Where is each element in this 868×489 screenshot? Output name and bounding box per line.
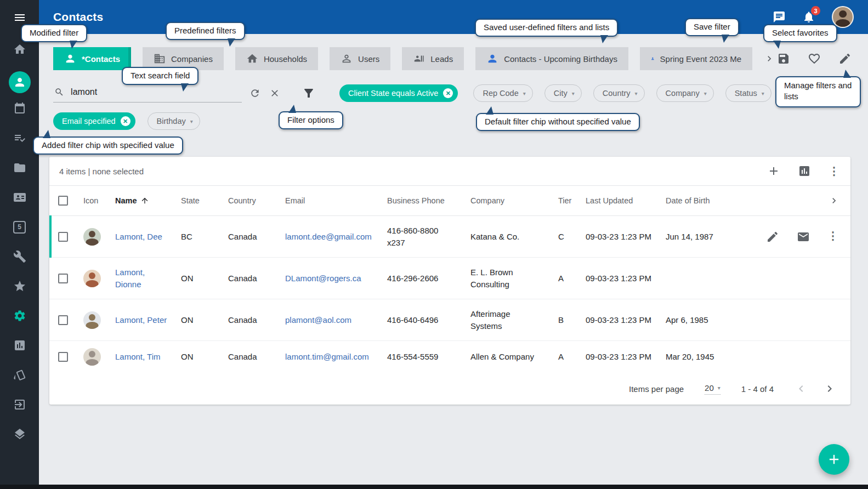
phone-cell: 416-860-8800 x237 [387, 225, 470, 249]
last-updated-cell: 09-03-23 1:23 PM [586, 272, 666, 285]
dob-cell: Apr 6, 1985 [666, 314, 748, 326]
row-checkbox[interactable] [58, 315, 68, 325]
notifications-bell-icon[interactable]: 3 [802, 10, 815, 24]
favorites-star-icon[interactable] [9, 278, 31, 294]
table-row[interactable]: Lamont, Dionne ON Canada DLamont@rogers.… [49, 258, 850, 299]
select-all-checkbox[interactable] [58, 196, 68, 206]
row-menu-kebab-icon[interactable]: ⋮ [827, 230, 838, 243]
contact-avatar [83, 270, 101, 287]
table-row[interactable]: Lamont, Dee BC Canada lamont.dee@gmail.c… [49, 216, 850, 258]
row-checkbox[interactable] [58, 232, 68, 242]
tab-upcoming-birthdays[interactable]: Contacts - Upcoming Birthdays [475, 47, 628, 70]
tools-icon[interactable] [9, 249, 31, 264]
tier-cell: B [558, 314, 586, 326]
email-link[interactable]: plamont@aol.com [285, 314, 387, 326]
table-row[interactable]: Lamont, Tim ON Canada lamont.tim@gmail.c… [49, 341, 850, 373]
remove-chip-icon[interactable]: ✕ [443, 88, 453, 98]
tab-label: Companies [171, 54, 213, 64]
table-header-row: Icon Name State Country Email Business P… [49, 185, 850, 216]
contact-name-link[interactable]: Lamont, Tim [115, 351, 181, 363]
column-setup-chart-icon[interactable] [798, 164, 811, 178]
column-header-email[interactable]: Email [285, 196, 387, 205]
row-checkbox[interactable] [58, 274, 68, 283]
search-input[interactable] [70, 87, 241, 98]
email-link[interactable]: DLamont@rogers.ca [285, 272, 387, 285]
chat-icon[interactable] [773, 10, 786, 24]
sign-out-icon[interactable] [9, 397, 31, 412]
next-page-icon[interactable] [823, 382, 836, 395]
tab-users[interactable]: Users [330, 47, 390, 70]
contact-name-link[interactable]: Lamont, Peter [115, 314, 181, 326]
address-book-icon[interactable] [9, 190, 31, 205]
row-actions: ⋮ [748, 230, 839, 243]
column-header-name[interactable]: Name [115, 196, 181, 205]
tags-icon[interactable] [9, 367, 31, 383]
refresh-icon[interactable] [249, 88, 260, 99]
tab-households[interactable]: Households [235, 47, 318, 70]
filter-chip-status[interactable]: Status ▾ [725, 84, 771, 102]
country-cell: Canada [228, 272, 285, 285]
menu-icon[interactable] [9, 10, 31, 25]
favorites-heart-icon[interactable] [808, 52, 821, 65]
contact-avatar [83, 228, 101, 246]
column-header-country[interactable]: Country [228, 196, 285, 205]
filter-chip-birthday[interactable]: Birthday ▾ [147, 112, 200, 130]
page-range: 1 - 4 of 4 [741, 384, 774, 394]
tab-scroll-right-icon[interactable] [764, 47, 775, 70]
row-checkbox[interactable] [58, 352, 68, 362]
items-per-page-select[interactable]: 20 ▾ [705, 383, 721, 395]
add-column-icon[interactable] [767, 164, 780, 178]
folder-icon[interactable] [9, 160, 31, 175]
tab-contacts[interactable]: *Contacts [53, 47, 131, 70]
column-header-company[interactable]: Company [470, 196, 558, 205]
callout-select-favorites: Select favorites [763, 24, 837, 42]
home-icon[interactable] [9, 42, 31, 57]
tab-leads[interactable]: Leads [402, 47, 464, 70]
company-cell: E. L. Brown Consulting [470, 266, 558, 291]
save-filter-icon[interactable] [777, 52, 790, 65]
clear-search-icon[interactable] [269, 88, 280, 99]
table-menu-kebab-icon[interactable]: ⋮ [829, 166, 839, 177]
column-header-icon[interactable]: Icon [83, 196, 115, 205]
send-email-icon[interactable] [797, 230, 810, 243]
column-header-last-updated[interactable]: Last Updated [586, 196, 666, 205]
column-header-tier[interactable]: Tier [558, 196, 586, 205]
contact-name-link[interactable]: Lamont, Dionne [115, 266, 181, 291]
contact-avatar [83, 348, 101, 366]
dob-cell: Jun 14, 1987 [666, 231, 748, 243]
contact-name-link[interactable]: Lamont, Dee [115, 231, 181, 243]
sidebar: 5 [0, 0, 39, 489]
calendar-icon[interactable] [9, 101, 31, 116]
reports-chart-icon[interactable] [9, 338, 31, 353]
layers-icon[interactable] [9, 427, 31, 442]
previous-page-icon[interactable] [795, 382, 808, 395]
manage-filters-pencil-icon[interactable] [838, 52, 852, 65]
country-cell: Canada [228, 231, 285, 243]
expand-columns-chevron-icon[interactable] [748, 195, 839, 206]
contacts-module-icon[interactable] [9, 71, 31, 93]
tab-label: Leads [430, 54, 453, 64]
email-link[interactable]: lamont.tim@gmail.com [285, 351, 387, 363]
filter-chip-city[interactable]: City ▾ [544, 84, 582, 102]
email-link[interactable]: lamont.dee@gmail.com [285, 231, 387, 243]
filter-chip-country[interactable]: Country ▾ [593, 84, 645, 102]
tab-spring-event[interactable]: Spring Event 2023 Me [640, 47, 752, 70]
tab-label: Households [264, 54, 307, 64]
edit-pencil-icon[interactable] [766, 230, 779, 243]
tasks-icon[interactable] [9, 130, 31, 146]
sales-icon[interactable]: 5 [9, 219, 31, 235]
table-row[interactable]: Lamont, Peter ON Canada plamont@aol.com … [49, 299, 850, 341]
filter-chip-rep-code[interactable]: Rep Code ▾ [473, 84, 532, 102]
add-contact-fab[interactable] [819, 444, 849, 475]
settings-gear-icon[interactable] [9, 308, 31, 323]
filter-chip-company[interactable]: Company ▾ [656, 84, 714, 102]
callout-filter-options: Filter options [279, 111, 343, 129]
filter-chip-client-state[interactable]: Client State equals Active ✕ [339, 84, 458, 102]
column-header-state[interactable]: State [181, 196, 228, 205]
app-window: 5 Contacts [0, 0, 868, 489]
filter-options-funnel-icon[interactable] [302, 87, 315, 100]
column-header-phone[interactable]: Business Phone [387, 196, 470, 205]
column-header-dob[interactable]: Date of Birth [666, 196, 748, 205]
remove-chip-icon[interactable]: ✕ [121, 116, 131, 126]
filter-chip-email-specified[interactable]: Email specified ✕ [53, 112, 135, 130]
